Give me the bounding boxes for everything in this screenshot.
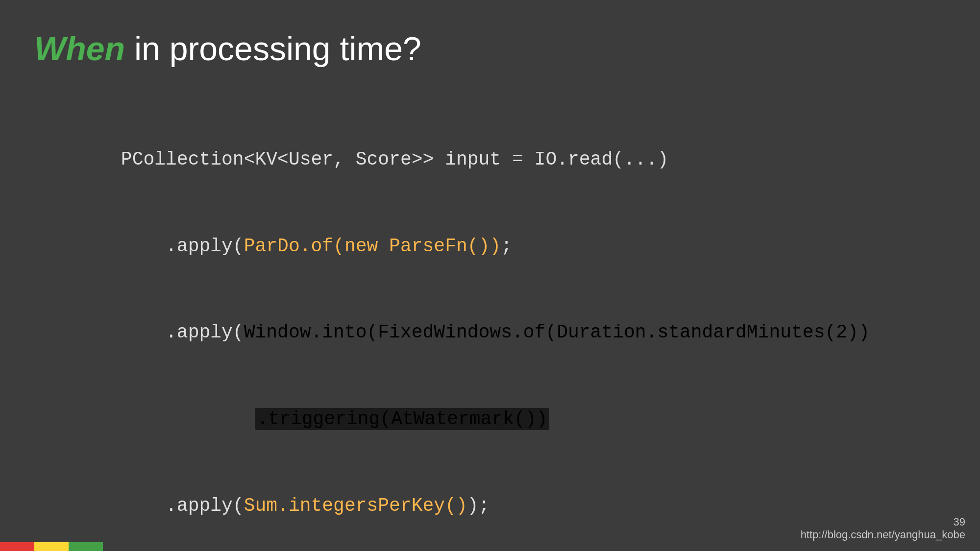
code-line5-colored: Sum.integersPerKey() [244,495,467,516]
code-line3-prefix: .apply( [121,322,244,343]
code-block: PCollection<KV<User, Score>> input = IO.… [54,117,946,549]
slide-title: When in processing time? [34,29,946,68]
code-line1-suffix: = IO.read(...) [501,149,668,170]
code-line-4: .triggering(AtWatermark()) [54,376,946,463]
code-line-3: .apply(Window.into(FixedWindows.of(Durat… [54,289,946,376]
bottom-bar [0,542,103,551]
slide: When in processing time? PCollection<KV<… [0,0,980,551]
footer-url: http://blog.csdn.net/yanghua_kobe [801,528,965,541]
slide-number: 39 [954,516,965,528]
title-when: When [34,30,125,67]
code-line2-colored: ParDo.of(new ParseFn()) [244,236,501,257]
title-rest: in processing time? [125,30,421,67]
code-line-2: .apply(ParDo.of(new ParseFn()); [54,203,946,290]
code-line4-indent [121,408,255,430]
code-line3-colored: Window.into(FixedWindows.of(Duration.sta… [244,322,870,343]
code-line5-prefix: .apply( [121,495,244,516]
bar-red [0,542,34,551]
bar-yellow [34,542,69,551]
code-line5-suffix: ); [467,495,490,516]
bar-green [69,542,103,551]
code-line2-suffix: ; [501,236,512,257]
code-line4-highlighted: .triggering(AtWatermark()) [255,408,549,430]
code-line1-input: input [445,149,501,170]
code-line2-prefix: .apply( [121,236,244,257]
code-line1-prefix: PCollection<KV<User, Score>> [121,149,445,170]
slide-footer: 39 http://blog.csdn.net/yanghua_kobe [801,516,965,541]
code-line-1: PCollection<KV<User, Score>> input = IO.… [54,117,946,203]
